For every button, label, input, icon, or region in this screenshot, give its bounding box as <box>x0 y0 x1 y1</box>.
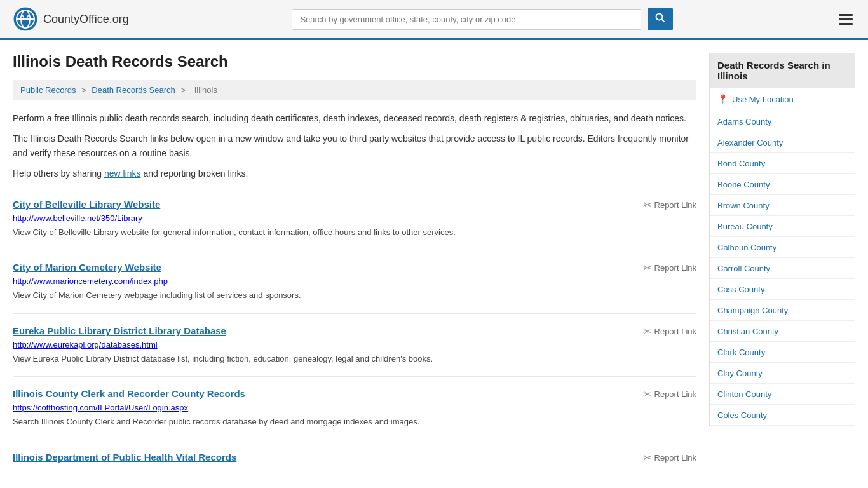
county-link[interactable]: Coles County <box>717 410 767 420</box>
search-button[interactable] <box>648 8 673 30</box>
breadcrumb-link-public-records[interactable]: Public Records <box>20 85 76 95</box>
page-container: Illinois Death Records Search Public Rec… <box>0 40 868 488</box>
page-title: Illinois Death Records Search <box>13 53 696 71</box>
logo-text: CountyOffice.org <box>43 13 129 26</box>
search-area <box>292 8 673 30</box>
county-list-item: Clay County <box>710 363 855 384</box>
search-icon <box>655 13 665 23</box>
description-1: Perform a free Illinois public death rec… <box>13 111 696 125</box>
county-list-item: Christian County <box>710 321 855 342</box>
description-3: Help others by sharing new links and rep… <box>13 166 696 180</box>
county-list-item: Coles County <box>710 405 855 426</box>
report-icon: ✂ <box>643 199 651 211</box>
main-content: Illinois Death Records Search Public Rec… <box>13 53 696 478</box>
record-url-link[interactable]: http://www.eurekapl.org/databases.html <box>13 340 158 349</box>
record-url-link[interactable]: http://www.marioncemetery.com/index.php <box>13 276 168 286</box>
county-link[interactable]: Christian County <box>717 327 778 336</box>
record-desc: View City of Marion Cemetery webpage inc… <box>13 289 696 302</box>
records-list: City of Belleville Library Website ✂ Rep… <box>13 187 696 478</box>
record-title-link[interactable]: City of Belleville Library Website <box>13 199 160 210</box>
county-link[interactable]: Brown County <box>717 201 770 210</box>
site-header: CountyOffice.org <box>0 0 868 40</box>
hamburger-line <box>839 14 853 16</box>
report-link[interactable]: ✂ Report Link <box>643 325 696 337</box>
record-desc: Search Illinois County Clerk and Recorde… <box>13 416 696 428</box>
record-desc: View City of Belleville Library website … <box>13 226 696 239</box>
use-my-location[interactable]: 📍 Use My Location <box>710 88 855 111</box>
record-url[interactable]: http://www.eurekapl.org/databases.html <box>13 340 696 349</box>
record-title-row: Illinois County Clerk and Recorder Count… <box>13 388 696 400</box>
county-link[interactable]: Champaign County <box>717 306 788 315</box>
report-link-label: Report Link <box>654 263 696 273</box>
county-link[interactable]: Alexander County <box>717 138 783 147</box>
description-3-prefix: Help others by sharing <box>13 168 104 179</box>
county-list-item: Bureau County <box>710 216 855 237</box>
record-url[interactable]: http://www.belleville.net/350/Library <box>13 214 696 223</box>
use-my-location-link[interactable]: Use My Location <box>732 95 794 104</box>
record-item: Illinois County Clerk and Recorder Count… <box>13 377 696 440</box>
county-list-item: Champaign County <box>710 300 855 321</box>
county-link[interactable]: Boone County <box>717 180 770 189</box>
county-link[interactable]: Clinton County <box>717 390 771 399</box>
breadcrumb-current: Illinois <box>194 85 217 95</box>
record-title-row: City of Belleville Library Website ✂ Rep… <box>13 199 696 211</box>
report-link[interactable]: ✂ Report Link <box>643 388 696 400</box>
record-title-link[interactable]: Illinois County Clerk and Recorder Count… <box>13 388 245 399</box>
county-link[interactable]: Cass County <box>717 285 764 294</box>
breadcrumb-separator: > <box>81 85 88 95</box>
svg-line-9 <box>662 20 665 22</box>
report-icon: ✂ <box>643 325 651 337</box>
search-input[interactable] <box>292 9 641 30</box>
svg-point-7 <box>28 17 30 18</box>
record-title-link[interactable]: Eureka Public Library District Library D… <box>13 325 226 336</box>
hamburger-line <box>839 18 853 20</box>
county-link[interactable]: Bureau County <box>717 222 773 231</box>
report-icon: ✂ <box>643 452 651 464</box>
location-icon: 📍 <box>717 94 728 104</box>
sidebar-section: Death Records Search in Illinois 📍 Use M… <box>709 53 855 426</box>
hamburger-line <box>839 23 853 25</box>
county-link[interactable]: Clark County <box>717 348 765 357</box>
new-links-link[interactable]: new links <box>104 168 141 179</box>
report-link-label: Report Link <box>654 200 696 210</box>
county-list-item: Bond County <box>710 153 855 174</box>
logo[interactable]: CountyOffice.org <box>13 6 129 32</box>
county-link[interactable]: Carroll County <box>717 264 770 273</box>
county-list-item: Cass County <box>710 279 855 300</box>
breadcrumb-link-death-records-search[interactable]: Death Records Search <box>92 85 175 95</box>
county-list-item: Alexander County <box>710 132 855 153</box>
report-icon: ✂ <box>643 262 651 274</box>
record-title-link[interactable]: City of Marion Cemetery Website <box>13 262 161 273</box>
record-title-row: Illinois Department of Public Health Vit… <box>13 452 696 464</box>
county-link[interactable]: Bond County <box>717 159 765 168</box>
report-link[interactable]: ✂ Report Link <box>643 199 696 211</box>
record-item: Illinois Department of Public Health Vit… <box>13 440 696 478</box>
county-list-item: Boone County <box>710 174 855 195</box>
county-link[interactable]: Clay County <box>717 369 763 378</box>
county-link[interactable]: Adams County <box>717 117 771 126</box>
county-list-item: Carroll County <box>710 258 855 279</box>
record-item: City of Belleville Library Website ✂ Rep… <box>13 187 696 251</box>
record-url[interactable]: http://www.marioncemetery.com/index.php <box>13 276 696 286</box>
sidebar-title: Death Records Search in Illinois <box>710 53 855 88</box>
report-icon: ✂ <box>643 388 651 400</box>
report-link[interactable]: ✂ Report Link <box>643 262 696 274</box>
county-list-item: Adams County <box>710 111 855 132</box>
record-url-link[interactable]: https://cotthosting.com/ILPortal/User/Lo… <box>13 403 188 412</box>
county-list-item: Brown County <box>710 195 855 216</box>
report-link-label: Report Link <box>654 327 696 336</box>
record-url[interactable]: https://cotthosting.com/ILPortal/User/Lo… <box>13 403 696 412</box>
county-list-item: Clinton County <box>710 384 855 405</box>
logo-icon <box>13 6 38 32</box>
county-list-item: Calhoun County <box>710 237 855 258</box>
description-2: The Illinois Death Records Search links … <box>13 132 696 160</box>
report-link-label: Report Link <box>654 453 696 463</box>
report-link[interactable]: ✂ Report Link <box>643 452 696 464</box>
report-link-label: Report Link <box>654 390 696 399</box>
menu-button[interactable] <box>836 11 855 27</box>
record-title-link[interactable]: Illinois Department of Public Health Vit… <box>13 452 236 463</box>
county-link[interactable]: Calhoun County <box>717 243 776 252</box>
record-title-row: City of Marion Cemetery Website ✂ Report… <box>13 262 696 274</box>
breadcrumb: Public Records > Death Records Search > … <box>13 80 696 100</box>
record-url-link[interactable]: http://www.belleville.net/350/Library <box>13 214 142 223</box>
